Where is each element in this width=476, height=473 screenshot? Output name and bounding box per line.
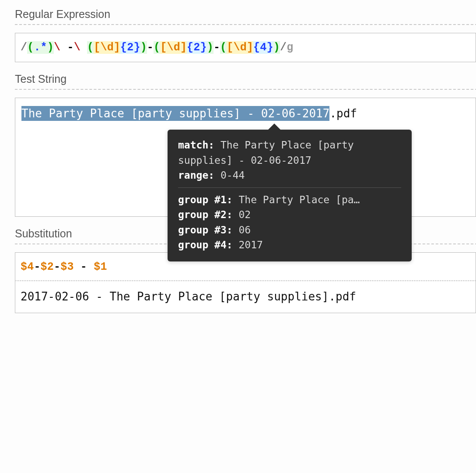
- g4-quantifier: {4}: [253, 41, 273, 54]
- group2-open: (: [87, 41, 94, 54]
- tooltip-match-row: match: The Party Place [party supplies] …: [178, 138, 401, 168]
- g4-digit: \d: [234, 41, 247, 54]
- tooltip-divider: [178, 187, 401, 188]
- tooltip-g3-row: group #3: 06: [178, 222, 401, 238]
- g2-digit: \d: [100, 41, 113, 54]
- tooltip-g2-label: group #2:: [178, 209, 233, 220]
- teststring-input-panel[interactable]: The Party Place [party supplies] - 02-06…: [15, 98, 476, 217]
- tooltip-g1-value: The Party Place [pa…: [238, 194, 360, 205]
- sub-sep: -: [74, 261, 94, 273]
- matched-text[interactable]: The Party Place [party supplies] - 02-06…: [21, 106, 329, 121]
- tooltip-g1-row: group #1: The Party Place [pa…: [178, 192, 401, 208]
- mid-dash-2: -: [214, 41, 220, 54]
- tooltip-g2-row: group #2: 02: [178, 207, 401, 222]
- tooltip-g3-value: 06: [238, 224, 251, 236]
- g3-class-close: ]: [180, 41, 187, 54]
- g4-class-open: [: [227, 41, 233, 54]
- divider: [15, 24, 476, 25]
- tooltip-g3-label: group #3:: [178, 224, 233, 236]
- group2-close: ): [140, 41, 147, 54]
- tooltip-g2-value: 02: [238, 209, 251, 220]
- tooltip-g1-label: group #1:: [178, 194, 233, 205]
- tooltip-g4-row: group #4: 2017: [178, 237, 401, 253]
- regex-star: *: [41, 41, 47, 54]
- group3-close: ): [207, 41, 214, 54]
- tooltip-range-label: range:: [178, 169, 214, 181]
- regex-delim-open: /: [21, 41, 27, 54]
- g3-digit: \d: [167, 41, 180, 54]
- sub-dash-2: -: [54, 261, 60, 273]
- tooltip-range-row: range: 0-44: [178, 168, 401, 183]
- teststring-section: Test String The Party Place [party suppl…: [15, 73, 476, 217]
- mid-dash-1: -: [147, 41, 154, 54]
- match-tooltip: match: The Party Place [party supplies] …: [168, 130, 412, 261]
- group4-close: ): [273, 41, 280, 54]
- escaped-space-2: \: [74, 41, 87, 54]
- regex-flags: g: [287, 41, 293, 54]
- group4-open: (: [220, 41, 227, 54]
- regex-expression[interactable]: /(.*)\ -\ ([\d]{2})-([\d]{2})-([\d]{4})/…: [21, 41, 293, 54]
- teststring-label: Test String: [15, 73, 476, 89]
- group3-open: (: [154, 41, 160, 54]
- g2-class-open: [: [94, 41, 100, 54]
- g2-quantifier: {2}: [120, 41, 140, 54]
- sub-dash-1: -: [34, 261, 40, 273]
- sub-ref-2: $2: [41, 261, 54, 273]
- tooltip-g4-label: group #4:: [178, 239, 233, 251]
- regex-delim-close: /: [280, 41, 287, 54]
- regex-section-label: Regular Expression: [15, 8, 476, 24]
- regex-section: Regular Expression /(.*)\ -\ ([\d]{2})-(…: [15, 8, 476, 62]
- group1-open: (: [27, 41, 34, 54]
- tooltip-g4-value: 2017: [238, 239, 262, 251]
- divider: [15, 89, 476, 90]
- unmatched-text: .pdf: [329, 107, 357, 120]
- tooltip-match-label: match:: [178, 139, 214, 151]
- sub-ref-4: $4: [21, 261, 34, 273]
- teststring-content[interactable]: The Party Place [party supplies] - 02-06…: [21, 107, 469, 120]
- g2-class-close: ]: [114, 41, 120, 54]
- tooltip-range-value: 0-44: [220, 169, 245, 181]
- g4-class-close: ]: [247, 41, 253, 54]
- regex-input-panel[interactable]: /(.*)\ -\ ([\d]{2})-([\d]{2})-([\d]{4})/…: [15, 33, 476, 62]
- g3-class-open: [: [160, 41, 167, 54]
- g3-quantifier: {2}: [187, 41, 207, 54]
- sub-ref-3: $3: [60, 261, 74, 273]
- substitution-pattern[interactable]: $4-$2-$3 - $1: [21, 261, 107, 273]
- literal-dash: -: [67, 41, 74, 54]
- substitution-output-panel: 2017-02-06 - The Party Place [party supp…: [15, 281, 476, 313]
- sub-ref-1: $1: [94, 261, 107, 273]
- group1-close: ): [47, 41, 54, 54]
- substitution-result: 2017-02-06 - The Party Place [party supp…: [21, 290, 356, 303]
- regex-dot: .: [34, 41, 40, 54]
- escaped-space-1: \: [54, 41, 67, 54]
